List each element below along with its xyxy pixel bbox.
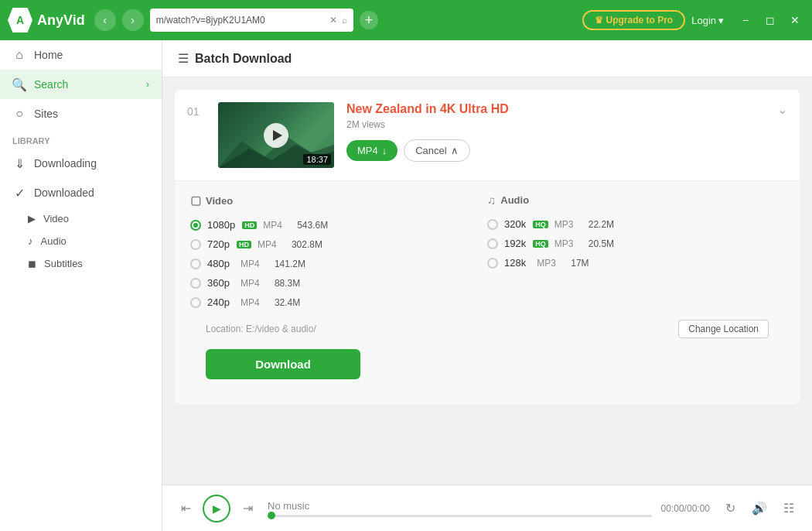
- sidebar-item-video[interactable]: ▶ Video: [0, 207, 162, 230]
- titlebar: A AnyVid ‹ › m/watch?v=8jypK2U1AM0 ✕ ⌕ +…: [0, 0, 812, 40]
- format-row-1080p: 1080pHD MP4 543.6M: [190, 215, 487, 235]
- radio-480p[interactable]: [190, 259, 201, 269]
- video-thumbnail: 18:37: [218, 102, 334, 168]
- maximize-button[interactable]: ◻: [761, 11, 780, 29]
- close-tab-icon[interactable]: ✕: [329, 15, 337, 26]
- search-icon: 🔍: [12, 77, 26, 91]
- sidebar-item-downloading[interactable]: ⇓ Downloading: [0, 149, 162, 178]
- video-actions: MP4 ↓ Cancel ∧: [346, 139, 765, 162]
- sidebar-item-sites[interactable]: ○ Sites: [0, 99, 162, 128]
- sidebar-home-label: Home: [34, 49, 63, 61]
- mp4-button[interactable]: MP4 ↓: [346, 140, 397, 161]
- volume-button[interactable]: 🔊: [749, 498, 770, 519]
- downloading-icon: ⇓: [12, 156, 26, 170]
- player-time: 00:00/00:00: [661, 503, 710, 514]
- url-text: m/watch?v=8jypK2U1AM0: [156, 15, 325, 26]
- library-section-label: Library: [0, 128, 162, 149]
- downloaded-icon: ✓: [12, 186, 26, 200]
- sidebar-item-home[interactable]: ⌂ Home: [0, 40, 162, 70]
- play-button[interactable]: [264, 123, 288, 148]
- sidebar: ⌂ Home 🔍 Search › ○ Sites Library ⇓ Down…: [0, 40, 162, 531]
- app-name: AnyVid: [37, 12, 85, 29]
- batch-icon: ☰: [178, 51, 189, 66]
- sites-icon: ○: [12, 107, 26, 121]
- batch-header: ☰ Batch Download: [162, 40, 812, 77]
- download-icon: ↓: [382, 145, 387, 156]
- player-progress-bar[interactable]: [268, 515, 652, 517]
- video-col-icon: ▢: [190, 194, 201, 207]
- video-views: 2M views: [346, 119, 765, 130]
- close-button[interactable]: ✕: [786, 11, 804, 29]
- radio-240p[interactable]: [190, 297, 201, 308]
- sidebar-item-search[interactable]: 🔍 Search ›: [0, 70, 162, 99]
- radio-128k[interactable]: [487, 258, 498, 269]
- login-button[interactable]: Login ▾: [691, 15, 724, 26]
- audio-format-col: ♫ Audio 320kHQ MP3 22.2M: [487, 194, 784, 312]
- app-logo: A AnyVid: [8, 8, 85, 33]
- radio-360p[interactable]: [190, 278, 201, 289]
- window-controls: − ◻ ✕: [736, 11, 804, 29]
- forward-button[interactable]: ›: [122, 9, 144, 31]
- video-icon: ▶: [28, 213, 36, 224]
- sidebar-item-downloaded[interactable]: ✓ Downloaded: [0, 178, 162, 207]
- sidebar-sites-label: Sites: [34, 108, 58, 120]
- queue-button[interactable]: ☷: [778, 498, 800, 519]
- logo-icon: A: [8, 8, 32, 33]
- sidebar-audio-label: Audio: [41, 235, 67, 247]
- video-col-label: Video: [206, 195, 233, 207]
- sidebar-video-label: Video: [43, 213, 69, 224]
- radio-320k[interactable]: [487, 219, 498, 230]
- video-card: 01 18:37 New Zealand in 4K Ultra HD: [175, 90, 800, 404]
- radio-720p[interactable]: [190, 239, 201, 250]
- sidebar-downloaded-label: Downloaded: [34, 187, 94, 199]
- main-layout: ⌂ Home 🔍 Search › ○ Sites Library ⇓ Down…: [0, 40, 812, 531]
- player-extra-controls: ↻ 🔊 ☷: [719, 498, 800, 519]
- minimize-button[interactable]: −: [736, 11, 755, 29]
- add-tab-button[interactable]: +: [360, 11, 378, 29]
- location-text: Location: E:/video & audio/: [206, 324, 316, 334]
- radio-192k[interactable]: [487, 238, 498, 249]
- content-scroll-area: 01 18:37 New Zealand in 4K Ultra HD: [162, 77, 812, 485]
- video-format-col: ▢ Video 1080pHD MP4 543.6M: [190, 194, 487, 312]
- cancel-button[interactable]: Cancel ∧: [404, 139, 469, 162]
- player-bar: ⇤ ▶ ⇥ No music 00:00/00:00 ↻ 🔊 ☷: [162, 485, 812, 531]
- repeat-button[interactable]: ↻: [719, 498, 741, 519]
- card-number: 01: [187, 102, 206, 118]
- format-row-240p: 240p MP4 32.4M: [190, 293, 487, 312]
- video-info: New Zealand in 4K Ultra HD 2M views MP4 …: [346, 102, 765, 162]
- format-row-480p: 480p MP4 141.2M: [190, 254, 487, 273]
- crown-icon: ♛: [595, 15, 603, 26]
- audio-col-icon: ♫: [487, 194, 496, 207]
- sidebar-search-label: Search: [34, 78, 68, 91]
- search-icon[interactable]: ⌕: [342, 15, 347, 26]
- format-row-128k: 128k MP3 17M: [487, 253, 784, 272]
- format-row-360p: 360p MP4 88.3M: [190, 273, 487, 293]
- chevron-up-icon: ∧: [451, 145, 459, 156]
- download-bar: Download: [190, 338, 784, 392]
- content-area: ☰ Batch Download 01 18:37: [162, 40, 812, 531]
- change-location-button[interactable]: Change Location: [678, 320, 769, 338]
- video-duration: 18:37: [303, 154, 331, 165]
- sidebar-item-subtitles[interactable]: ◼ Subtitles: [0, 252, 162, 275]
- sidebar-subtitles-label: Subtitles: [44, 258, 83, 269]
- play-pause-button[interactable]: ▶: [203, 495, 230, 522]
- chevron-right-icon: ›: [146, 79, 149, 90]
- player-info: No music: [268, 500, 652, 517]
- format-columns: ▢ Video 1080pHD MP4 543.6M: [190, 194, 784, 312]
- player-title: No music: [268, 500, 652, 512]
- batch-title: Batch Download: [195, 52, 292, 66]
- radio-1080p[interactable]: [190, 220, 201, 231]
- format-row-720p: 720pHD MP4 302.8M: [190, 235, 487, 254]
- video-card-header: 01 18:37 New Zealand in 4K Ultra HD: [175, 90, 800, 180]
- audio-col-header: ♫ Audio: [487, 194, 784, 207]
- url-bar[interactable]: m/watch?v=8jypK2U1AM0 ✕ ⌕: [150, 9, 353, 32]
- audio-icon: ♪: [28, 235, 33, 247]
- expand-icon[interactable]: ⌄: [777, 102, 787, 117]
- location-bar: Location: E:/video & audio/ Change Locat…: [190, 312, 784, 338]
- download-button[interactable]: Download: [206, 349, 360, 379]
- previous-button[interactable]: ⇤: [175, 498, 196, 519]
- back-button[interactable]: ‹: [94, 9, 116, 31]
- upgrade-button[interactable]: ♛ Upgrade to Pro: [582, 10, 686, 30]
- next-button[interactable]: ⇥: [237, 498, 258, 519]
- sidebar-item-audio[interactable]: ♪ Audio: [0, 230, 162, 252]
